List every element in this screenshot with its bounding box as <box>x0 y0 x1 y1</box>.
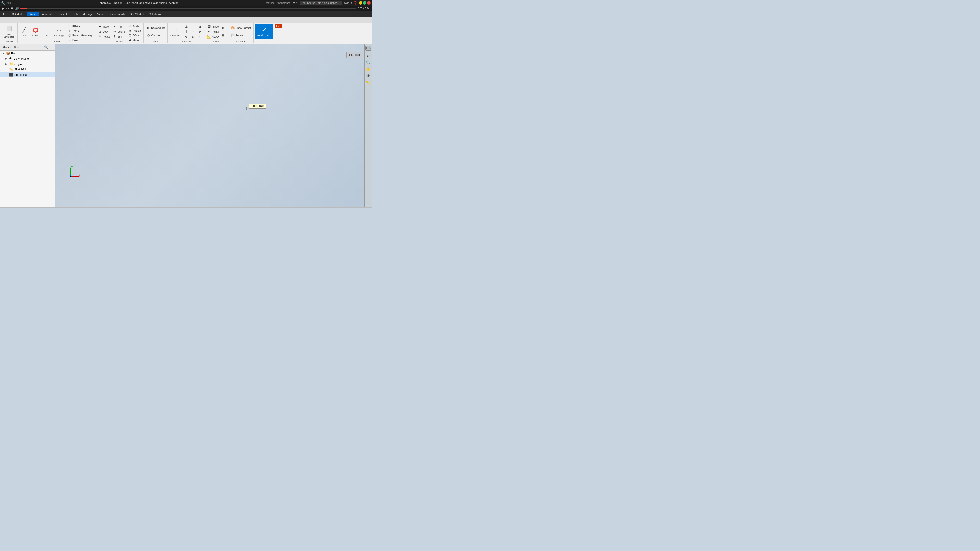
menu-3dmodel[interactable]: 3D Model <box>10 12 26 16</box>
constrain-btn-9[interactable]: ≡ <box>197 35 203 39</box>
start-2d-sketch-btn[interactable]: ⬜ Start2D Sketch <box>3 24 16 39</box>
sidebar-x-btn[interactable]: ✕ <box>14 46 16 49</box>
constrain-btn-8[interactable]: ⊕ <box>197 29 203 34</box>
trim-btn[interactable]: ✂ Trim <box>111 24 126 29</box>
minimize-button[interactable] <box>359 1 363 5</box>
part1-expand[interactable]: ▼ <box>2 52 5 55</box>
stretch-btn[interactable]: ⇔ Stretch <box>127 29 142 33</box>
video-volume-btn[interactable]: 🔊 <box>15 6 19 10</box>
appearance-label[interactable]: Appearance <box>277 2 290 4</box>
video-progress-bar[interactable] <box>21 8 356 9</box>
sidebar-item-part1[interactable]: ▼ 📦 Part1 <box>0 51 55 56</box>
sidebar: Model ✕ + 🔍 ☰ ▼ 📦 Part1 ▶ 👁 View: Master… <box>0 44 55 207</box>
search-bar[interactable]: 🔍 Search Help & Commands... <box>300 1 342 5</box>
insert-btn-2[interactable]: ⊞ <box>220 25 226 30</box>
insert-btn-3[interactable]: ⊟ <box>220 33 226 38</box>
line-label: Line <box>22 35 26 37</box>
insert-column-2: ⊞ ⊟ <box>220 24 226 39</box>
menu-tools[interactable]: Tools <box>69 12 80 16</box>
ribbon-content: ⬜ Start2D Sketch Sketch ╱ Line ⭕ Circle … <box>0 23 372 44</box>
split-btn[interactable]: ⌇ Split <box>111 35 126 39</box>
origin-label: Origin <box>14 62 22 65</box>
dimension-btn[interactable]: ↔ Dimension <box>169 24 183 39</box>
sketch-group-items: ⬜ Start2D Sketch <box>3 24 16 40</box>
pan-btn[interactable]: ✋ <box>366 66 371 72</box>
copy-btn[interactable]: ⧉ Copy <box>97 29 111 34</box>
menu-inspect[interactable]: Inspect <box>56 12 69 16</box>
mirror-btn[interactable]: ⇌ Mirror <box>127 38 142 42</box>
line-btn[interactable]: ╱ Line <box>19 24 29 39</box>
rectangular-btn[interactable]: ⊞ Rectangular <box>145 25 166 30</box>
show-format-btn[interactable]: 🎨 Show Format <box>230 25 251 30</box>
sidebar-menu-btn[interactable]: ☰ <box>49 45 53 49</box>
trim-label: Trim <box>118 25 123 28</box>
acad-btn[interactable]: 📐 ACAD <box>206 35 220 39</box>
constrain-column-3: ⊡ ⊕ ≡ <box>197 24 203 39</box>
constrain-btn-1[interactable]: ⊥ <box>183 24 189 29</box>
modify-group-items: ✛ Move ⧉ Copy ↻ Rotate ✂ Trim <box>97 24 142 40</box>
measure-btn[interactable]: 📏 <box>366 79 371 85</box>
finish-sketch-btn[interactable]: ✔ Finish Sketch <box>255 24 273 39</box>
arc-btn[interactable]: ◜ Arc <box>41 24 52 39</box>
view-btn[interactable]: 👁 <box>366 73 371 79</box>
maximize-button[interactable] <box>363 1 366 5</box>
image-btn[interactable]: 🖼 Image <box>206 24 220 29</box>
circle-btn[interactable]: ⭕ Circle <box>30 24 41 39</box>
close-button[interactable] <box>367 1 371 5</box>
menu-file[interactable]: File <box>1 12 10 16</box>
end-of-part-label: End of Part <box>14 73 28 76</box>
text-btn[interactable]: T Text ▾ <box>67 29 94 33</box>
sign-in-btn[interactable]: Sign In <box>344 2 352 4</box>
fillet-btn[interactable]: ⌒ Fillet ▾ <box>67 24 94 29</box>
rotate-btn[interactable]: ↻ Rotate <box>97 35 111 39</box>
rectangle-btn[interactable]: ▭ Rectangle <box>53 24 66 39</box>
constrain-btn-2[interactable]: ∥ <box>183 29 189 34</box>
constrain-btn-6[interactable]: ⊜ <box>190 35 196 39</box>
constrain-btn-5[interactable]: → <box>190 29 196 34</box>
orbit-btn[interactable]: ↻ <box>366 53 371 59</box>
format-btn[interactable]: 📋 Format <box>230 33 251 38</box>
video-play-btn[interactable]: ▶ <box>2 6 4 10</box>
video-stop-btn[interactable]: ⏹ <box>11 6 14 10</box>
move-btn[interactable]: ✛ Move <box>97 24 111 29</box>
menu-annotate[interactable]: Annotate <box>40 12 55 16</box>
svg-point-7 <box>70 176 71 177</box>
sidebar-model-tab[interactable]: Model <box>2 45 12 49</box>
sidebar-item-end-of-part[interactable]: ⬛ End of Part <box>0 72 55 77</box>
points-label: Points <box>212 30 219 33</box>
material-label: Material <box>266 2 275 4</box>
offset-btn[interactable]: ⊡ Offset <box>127 33 142 38</box>
sketch-group-label: Sketch <box>6 40 13 43</box>
constrain-btn-7[interactable]: ⊡ <box>197 24 203 29</box>
points-btn[interactable]: ⁘ Points <box>206 29 220 34</box>
exit-btn[interactable]: Exit <box>275 24 282 28</box>
sidebar-item-view-master[interactable]: ▶ 👁 View: Master <box>0 56 55 61</box>
sidebar-search-btn[interactable]: 🔍 <box>44 45 48 49</box>
menu-environments[interactable]: Environments <box>106 12 127 16</box>
constrain-btn-4[interactable]: ↑ <box>190 24 196 29</box>
help-icon[interactable]: ❓ <box>353 1 357 5</box>
circular-btn[interactable]: ◎ Circular <box>145 33 166 38</box>
sidebar-add-btn[interactable]: + <box>17 45 19 49</box>
zoom-btn[interactable]: 🔍 <box>366 60 371 65</box>
origin-expand[interactable]: ▶ <box>5 62 8 65</box>
menu-getstarted[interactable]: Get Started <box>127 12 146 16</box>
format-label: Format <box>235 34 244 37</box>
constrain-btn-3[interactable]: ⊙ <box>183 35 189 39</box>
menu-manage[interactable]: Manage <box>81 12 95 16</box>
canvas[interactable]: 0.000 mm FRONT Y X FRONT ↻ 🔍 <box>55 44 372 207</box>
project-geometry-btn[interactable]: ⬡ Project Geometry <box>67 33 94 38</box>
circular-icon: ◎ <box>146 33 150 38</box>
scale-btn[interactable]: ⤢ Scale <box>127 24 142 29</box>
end-of-part-icon: ⬛ <box>9 73 13 76</box>
menu-sketch[interactable]: Sketch <box>27 12 40 16</box>
video-prev-btn[interactable]: ⏮ <box>6 6 9 10</box>
sidebar-item-origin[interactable]: ▶ 📁 Origin <box>0 61 55 67</box>
menu-bar: File 3D Model Sketch Annotate Inspect To… <box>0 11 372 17</box>
menu-view[interactable]: View <box>95 12 105 16</box>
extend-btn[interactable]: ⇥ Extend <box>111 29 126 34</box>
sidebar-item-sketch11[interactable]: ✏️ Sketch11 <box>0 67 55 72</box>
menu-collaborate[interactable]: Collaborate <box>147 12 165 16</box>
point-btn[interactable]: · Point <box>67 38 94 42</box>
view-master-expand[interactable]: ▶ <box>5 57 8 60</box>
